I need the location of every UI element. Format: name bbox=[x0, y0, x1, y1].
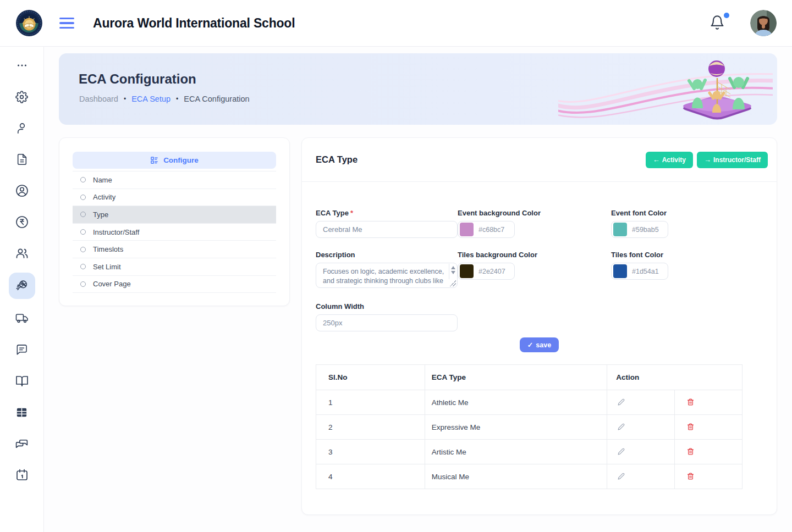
cell-eca-type: Artistic Me bbox=[425, 440, 607, 464]
trash-icon bbox=[687, 473, 694, 480]
scroll-down-icon bbox=[451, 271, 455, 274]
eca-type-form: ECA Type* Event background Color #c68bc7… bbox=[302, 182, 777, 352]
edit-button[interactable] bbox=[617, 397, 626, 407]
page-banner: ECA Configuration Dashboard • ECA Setup … bbox=[59, 53, 777, 125]
notification-bell-button[interactable] bbox=[710, 15, 726, 31]
eca-type-input[interactable] bbox=[316, 221, 458, 238]
arrow-right-icon: → bbox=[704, 156, 711, 164]
column-header-eca-type: ECA Type bbox=[425, 365, 607, 390]
trash-icon bbox=[687, 448, 694, 455]
event-bg-color-label: Event background Color bbox=[458, 209, 611, 217]
delete-button[interactable] bbox=[686, 472, 695, 481]
tiles-font-color-label: Tiles font Color bbox=[611, 251, 763, 259]
sidebar-item-transport[interactable] bbox=[9, 306, 35, 330]
ellipsis-icon bbox=[16, 59, 28, 71]
resize-handle-icon[interactable] bbox=[450, 280, 456, 286]
event-font-color-swatch bbox=[613, 223, 627, 236]
sports-racket-icon bbox=[15, 279, 29, 293]
eca-type-table: Sl.No ECA Type Action 1 Athletic Me bbox=[316, 364, 743, 489]
edit-button[interactable] bbox=[617, 447, 626, 456]
breadcrumb-separator: • bbox=[124, 95, 126, 103]
cell-slno: 1 bbox=[316, 390, 425, 415]
document-icon bbox=[16, 153, 28, 165]
cell-slno: 2 bbox=[316, 415, 425, 440]
sidebar-item-fees[interactable] bbox=[9, 210, 35, 234]
radio-icon bbox=[80, 195, 86, 200]
configure-header-label: Configure bbox=[163, 156, 199, 164]
table-grid-icon bbox=[15, 406, 28, 419]
table-row: 2 Expressive Me bbox=[316, 415, 743, 440]
configure-item-set-limit[interactable]: Set Limit bbox=[73, 258, 276, 276]
sidebar-item-sports[interactable] bbox=[9, 273, 35, 299]
pencil-icon bbox=[618, 398, 625, 406]
delete-button[interactable] bbox=[686, 397, 695, 407]
sidebar-item-calendar[interactable] bbox=[9, 463, 35, 487]
delete-button[interactable] bbox=[686, 422, 695, 431]
sidebar-item-library[interactable] bbox=[9, 369, 35, 393]
configure-panel: Configure Name Activity Type Instructor/… bbox=[59, 137, 290, 306]
sidebar-item-documents[interactable] bbox=[9, 147, 35, 171]
edit-button[interactable] bbox=[617, 472, 626, 481]
cell-slno: 4 bbox=[316, 464, 425, 489]
sidebar-item-profile[interactable] bbox=[9, 179, 35, 203]
eca-type-label: ECA Type* bbox=[316, 209, 458, 217]
radio-icon bbox=[80, 281, 86, 287]
edit-button[interactable] bbox=[617, 422, 626, 431]
cell-eca-type: Expressive Me bbox=[425, 415, 607, 440]
configure-header[interactable]: Configure bbox=[73, 152, 276, 169]
main-content: ECA Configuration Dashboard • ECA Setup … bbox=[44, 47, 792, 532]
bell-icon bbox=[710, 15, 725, 30]
menu-toggle-button[interactable] bbox=[59, 18, 74, 29]
textarea-scrollbar[interactable] bbox=[449, 264, 457, 279]
sidebar-item-communication[interactable] bbox=[9, 431, 35, 456]
sidebar-item-student[interactable] bbox=[9, 116, 35, 140]
save-button[interactable]: ✓ save bbox=[520, 337, 559, 352]
pencil-icon bbox=[618, 423, 625, 430]
banner-title: ECA Configuration bbox=[79, 71, 196, 87]
school-logo-icon bbox=[15, 9, 43, 37]
configure-list: Name Activity Type Instructor/Staff Time… bbox=[73, 171, 276, 293]
configure-item-cover-page[interactable]: Cover Page bbox=[73, 276, 276, 293]
breadcrumb-eca-setup[interactable]: ECA Setup bbox=[131, 95, 170, 103]
user-avatar[interactable] bbox=[750, 10, 777, 36]
radio-icon bbox=[80, 264, 86, 269]
scroll-up-icon bbox=[451, 266, 455, 269]
breadcrumb-current: ECA Configuration bbox=[184, 95, 249, 103]
rupee-circle-icon bbox=[15, 215, 29, 229]
column-width-input[interactable] bbox=[316, 314, 458, 331]
cell-slno: 3 bbox=[316, 440, 425, 464]
person-icon bbox=[15, 122, 28, 135]
pencil-icon bbox=[618, 473, 625, 480]
configure-item-activity[interactable]: Activity bbox=[73, 189, 276, 207]
delete-button[interactable] bbox=[686, 447, 695, 456]
radio-icon bbox=[80, 177, 86, 182]
tiles-bg-color-hex: #2e2407 bbox=[479, 268, 505, 275]
sidebar-item-settings[interactable] bbox=[9, 85, 35, 109]
breadcrumb-dashboard[interactable]: Dashboard bbox=[79, 95, 118, 103]
instructor-staff-nav-button[interactable]: → Instructor/Staff bbox=[697, 152, 768, 168]
event-bg-color-picker[interactable]: #c68bc7 bbox=[458, 221, 515, 238]
tiles-font-color-picker[interactable]: #1d54a1 bbox=[611, 263, 668, 280]
description-textarea[interactable]: Focuses on logic, academic excellence, a… bbox=[316, 263, 457, 287]
arrow-left-icon: ← bbox=[653, 156, 660, 164]
table-row: 1 Athletic Me bbox=[316, 390, 743, 415]
radio-icon bbox=[80, 247, 86, 252]
tiles-bg-color-picker[interactable]: #2e2407 bbox=[458, 263, 515, 280]
sidebar-item-messages[interactable] bbox=[9, 337, 35, 362]
pencil-icon bbox=[618, 448, 625, 455]
event-bg-color-swatch bbox=[460, 223, 474, 236]
event-font-color-picker[interactable]: #59bab5 bbox=[611, 221, 668, 238]
sidebar-item-timetable[interactable] bbox=[9, 400, 35, 424]
activity-nav-button[interactable]: ← Activity bbox=[646, 152, 693, 168]
sidebar-item-more[interactable] bbox=[9, 53, 35, 77]
configure-item-type[interactable]: Type bbox=[73, 206, 276, 224]
tiles-font-color-hex: #1d54a1 bbox=[632, 268, 659, 275]
sidebar-item-staff[interactable] bbox=[9, 241, 35, 265]
configure-item-timeslots[interactable]: Timeslots bbox=[73, 241, 276, 258]
calendar-icon bbox=[15, 468, 29, 481]
configure-item-name[interactable]: Name bbox=[73, 171, 276, 189]
users-icon bbox=[15, 247, 29, 260]
user-circle-icon bbox=[15, 184, 29, 197]
trash-icon bbox=[687, 398, 694, 406]
configure-item-instructor-staff[interactable]: Instructor/Staff bbox=[73, 224, 276, 241]
